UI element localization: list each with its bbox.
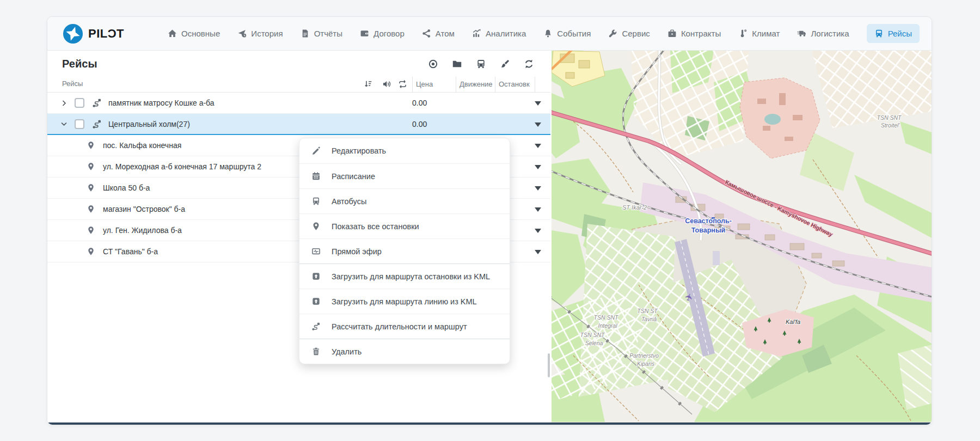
nav-label: История xyxy=(251,29,283,38)
volume-icon[interactable] xyxy=(382,79,391,89)
chevron-right-icon[interactable] xyxy=(60,100,68,107)
row-checkbox[interactable] xyxy=(75,119,84,129)
svg-text:Stroitel': Stroitel' xyxy=(881,122,901,128)
pin-icon xyxy=(87,226,95,235)
row-caret-icon[interactable] xyxy=(535,165,541,169)
row-caret-icon[interactable] xyxy=(535,229,541,233)
row-caret-icon[interactable] xyxy=(535,250,541,254)
visibility-icon[interactable] xyxy=(428,59,438,69)
map-canvas: ✈ TSN SNT xyxy=(552,51,932,424)
molecule-icon xyxy=(422,29,431,38)
menu-item-schedule[interactable]: Расписание xyxy=(299,163,510,188)
refresh-icon[interactable] xyxy=(524,59,534,69)
menu-item-show-stops[interactable]: Показать все остановки xyxy=(299,213,510,238)
pin-icon xyxy=(311,222,321,231)
nav-label: Отчёты xyxy=(314,29,342,38)
nav-label: Контракты xyxy=(681,29,721,38)
menu-label: Удалить xyxy=(332,347,362,356)
bus-icon xyxy=(311,197,321,206)
panel-scrollbar[interactable] xyxy=(548,353,550,377)
menu-label: Редактировать xyxy=(332,146,386,155)
stop-label: ул. Мореходная а-б конечная 17 маршрута … xyxy=(103,162,261,171)
route-price: 0.00 xyxy=(412,99,427,107)
brand-name: PILƆT xyxy=(88,27,124,41)
nav-item-atom[interactable]: Атом xyxy=(422,29,455,38)
menu-item-upload-line-kml[interactable]: Загрузить для маршрута линию из KML xyxy=(299,289,510,314)
bus-icon[interactable] xyxy=(476,59,486,69)
nav-label: Аналитика xyxy=(486,29,526,38)
nav-label: Рейсы xyxy=(888,29,912,38)
pin-icon xyxy=(87,162,95,171)
route-row-selected[interactable]: Центральный холм(27) 0.00 xyxy=(47,114,550,135)
pin-icon xyxy=(87,141,95,150)
route-icon xyxy=(92,119,102,129)
chevron-down-icon[interactable] xyxy=(60,120,68,127)
stop-label: магазин "Островок" б-а xyxy=(103,205,185,213)
table-header: Рейсы Цена Движение Остановк xyxy=(47,77,550,93)
menu-item-calc-route[interactable]: Рассчитать длительности и маршрут xyxy=(299,314,510,339)
nav-item-service[interactable]: Сервис xyxy=(608,29,650,38)
row-caret-icon[interactable] xyxy=(535,186,541,191)
menu-label: Прямой эфир xyxy=(332,247,382,256)
trash-icon xyxy=(311,347,321,356)
svg-text:ST Ikar-2: ST Ikar-2 xyxy=(622,204,647,211)
stop-label: ул. Ген. Жидилова б-а xyxy=(103,226,182,235)
station-label: Севастополь- xyxy=(685,217,732,225)
svg-text:Tavriâ: Tavriâ xyxy=(641,316,657,322)
svg-text:Integral: Integral xyxy=(598,322,617,329)
row-caret-icon[interactable] xyxy=(535,144,541,148)
column-movement[interactable]: Движение xyxy=(456,77,495,92)
menu-item-edit[interactable]: Редактировать xyxy=(299,138,510,163)
nav-item-analytics[interactable]: Аналитика xyxy=(472,29,526,38)
column-price[interactable]: Цена xyxy=(412,77,456,92)
repeat-icon[interactable] xyxy=(398,79,407,89)
nav-label: Основные xyxy=(181,29,220,38)
nav-item-trips[interactable]: Рейсы xyxy=(867,24,920,43)
nav-item-climate[interactable]: Климат xyxy=(738,29,780,38)
row-caret-icon[interactable] xyxy=(535,101,541,106)
row-caret-icon[interactable] xyxy=(535,122,541,127)
nav-label: Климат xyxy=(752,29,780,38)
folder-icon[interactable] xyxy=(452,59,462,69)
panel-title: Рейсы xyxy=(62,58,97,70)
menu-label: Показать все остановки xyxy=(332,222,419,231)
kalfa-label: Kal'fa xyxy=(786,318,800,325)
nav-item-contracts[interactable]: Контракты xyxy=(667,29,721,38)
menu-item-live[interactable]: Прямой эфир xyxy=(299,238,510,264)
brush-icon[interactable] xyxy=(500,59,510,69)
nav-label: Атом xyxy=(436,29,455,38)
upload-icon xyxy=(311,297,321,306)
nav-item-reports[interactable]: Отчёты xyxy=(301,29,342,38)
station-label: Товарный xyxy=(691,226,726,234)
bus-icon xyxy=(874,29,884,38)
route-icon xyxy=(311,322,321,331)
menu-item-buses[interactable]: Автобусы xyxy=(299,188,510,213)
row-caret-icon[interactable] xyxy=(535,207,541,212)
svg-text:Selena: Selena xyxy=(585,340,603,346)
nav-item-history[interactable]: История xyxy=(237,29,283,38)
column-trips[interactable]: Рейсы xyxy=(62,79,83,88)
map[interactable]: ✈ TSN SNT xyxy=(552,51,932,424)
route-row[interactable]: памятник матросу Кошке а-ба 0.00 xyxy=(47,93,550,114)
row-checkbox[interactable] xyxy=(75,98,84,108)
column-stops[interactable]: Остановк xyxy=(495,77,535,92)
nav-item-logistics[interactable]: Логистика xyxy=(797,29,849,38)
calendar-icon xyxy=(311,171,321,181)
menu-item-delete[interactable]: Удалить xyxy=(299,339,510,364)
route-label: памятник матросу Кошке а-ба xyxy=(108,99,215,107)
route-icon xyxy=(92,98,102,108)
nav-label: События xyxy=(557,29,591,38)
nav-item-main[interactable]: Основные xyxy=(168,29,220,38)
pencil-icon xyxy=(311,146,321,156)
route-price: 0.00 xyxy=(412,120,427,128)
brand-logo[interactable]: PILƆT xyxy=(63,23,124,44)
sort-icon[interactable] xyxy=(364,79,373,89)
svg-text:TSN SNT: TSN SNT xyxy=(877,114,903,121)
bottom-bar xyxy=(47,422,932,425)
stop-label: пос. Кальфа конечная xyxy=(103,141,181,150)
nav-item-contract[interactable]: Договор xyxy=(360,29,405,38)
upload-icon xyxy=(311,272,321,281)
history-icon xyxy=(237,29,247,38)
menu-item-upload-stops-kml[interactable]: Загрузить для маршрута остановки из KML xyxy=(299,264,510,289)
nav-item-events[interactable]: События xyxy=(543,29,591,38)
